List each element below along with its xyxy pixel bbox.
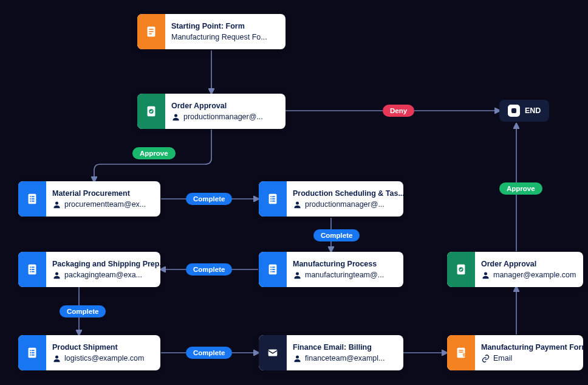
node-product-shipment[interactable]: Product Shipment logistics@example.com bbox=[18, 335, 160, 370]
svg-point-48 bbox=[296, 355, 299, 358]
svg-point-22 bbox=[296, 201, 299, 204]
badge-complete: Complete bbox=[186, 347, 232, 359]
form-icon bbox=[137, 14, 165, 49]
node-assignee: procurementteam@ex... bbox=[52, 200, 146, 209]
svg-rect-27 bbox=[272, 269, 275, 270]
svg-rect-29 bbox=[272, 271, 275, 272]
task-list-icon bbox=[18, 335, 46, 370]
svg-rect-28 bbox=[270, 271, 272, 272]
badge-approve: Approve bbox=[499, 182, 542, 195]
end-icon bbox=[508, 105, 520, 117]
badge-complete: Complete bbox=[313, 229, 360, 241]
svg-rect-3 bbox=[149, 33, 152, 35]
badge-approve: Approve bbox=[132, 147, 176, 159]
svg-rect-9 bbox=[32, 196, 35, 197]
person-icon bbox=[52, 200, 61, 209]
person-icon bbox=[481, 271, 490, 280]
svg-rect-37 bbox=[32, 271, 35, 272]
node-title: Manufacturing Process bbox=[293, 260, 384, 268]
task-list-icon bbox=[18, 252, 46, 287]
node-title: Order Approval bbox=[481, 260, 576, 268]
svg-rect-16 bbox=[270, 196, 272, 197]
svg-rect-33 bbox=[32, 266, 35, 268]
node-assignee: manufacturingteam@... bbox=[293, 271, 384, 280]
svg-rect-32 bbox=[30, 266, 31, 268]
node-title: Finance Email: Billing bbox=[293, 343, 385, 352]
node-assignee: packagingteam@exa... bbox=[52, 271, 160, 280]
node-start-form[interactable]: Starting Point: Form Manufacturing Reque… bbox=[137, 14, 285, 49]
svg-rect-42 bbox=[30, 352, 31, 353]
node-assignee: manager@example.com bbox=[481, 271, 576, 280]
svg-rect-10 bbox=[30, 198, 31, 199]
approval-icon bbox=[447, 252, 475, 287]
task-list-icon bbox=[259, 181, 287, 217]
svg-rect-1 bbox=[149, 29, 153, 30]
task-list-icon bbox=[18, 181, 46, 217]
node-order-approval-2[interactable]: Order Approval manager@example.com bbox=[447, 252, 583, 287]
svg-rect-2 bbox=[149, 31, 153, 32]
svg-rect-36 bbox=[30, 271, 31, 272]
node-source: Email bbox=[481, 354, 583, 363]
node-manufacturing-process[interactable]: Manufacturing Process manufacturingteam@… bbox=[259, 252, 403, 287]
svg-rect-41 bbox=[32, 350, 35, 351]
svg-rect-25 bbox=[272, 266, 275, 268]
svg-rect-12 bbox=[30, 201, 31, 202]
node-title: Starting Point: Form bbox=[171, 22, 267, 30]
node-payment-form[interactable]: $ Manufacturing Payment Form Email bbox=[447, 335, 583, 370]
svg-point-46 bbox=[55, 355, 58, 358]
svg-point-38 bbox=[55, 272, 58, 275]
end-label: END bbox=[525, 106, 541, 115]
svg-rect-20 bbox=[270, 201, 272, 202]
node-finance-email[interactable]: Finance Email: Billing financeteam@examp… bbox=[259, 335, 403, 370]
svg-rect-13 bbox=[32, 201, 35, 202]
svg-rect-34 bbox=[30, 269, 31, 270]
svg-rect-8 bbox=[30, 196, 31, 197]
person-icon bbox=[293, 271, 302, 280]
node-assignee: financeteam@exampl... bbox=[293, 354, 385, 363]
node-order-approval-1[interactable]: Order Approval productionmanager@... bbox=[137, 94, 285, 129]
svg-rect-21 bbox=[272, 201, 275, 202]
link-icon bbox=[481, 354, 490, 363]
person-icon bbox=[171, 113, 180, 122]
svg-rect-40 bbox=[30, 350, 31, 351]
person-icon bbox=[52, 354, 61, 363]
badge-complete: Complete bbox=[186, 193, 232, 205]
svg-rect-35 bbox=[32, 269, 35, 270]
svg-point-30 bbox=[296, 272, 299, 275]
person-icon bbox=[293, 200, 302, 209]
node-assignee: logistics@example.com bbox=[52, 354, 144, 363]
node-production-scheduling[interactable]: Production Scheduling & Tas... productio… bbox=[259, 181, 403, 217]
svg-point-55 bbox=[484, 272, 487, 275]
svg-point-14 bbox=[55, 201, 58, 204]
node-material-procurement[interactable]: Material Procurement procurementteam@ex.… bbox=[18, 181, 160, 217]
badge-complete: Complete bbox=[186, 263, 232, 276]
node-title: Packaging and Shipping Prep... bbox=[52, 260, 160, 268]
node-title: Order Approval bbox=[171, 102, 263, 110]
badge-deny: Deny bbox=[383, 105, 414, 117]
node-title: Material Procurement bbox=[52, 189, 146, 198]
approval-icon bbox=[137, 94, 165, 129]
person-icon bbox=[52, 271, 61, 280]
svg-text:$: $ bbox=[463, 352, 465, 358]
svg-rect-45 bbox=[32, 355, 35, 356]
svg-rect-47 bbox=[268, 350, 278, 356]
node-title: Production Scheduling & Tas... bbox=[293, 189, 403, 198]
node-assignee: productionmanager@... bbox=[171, 113, 263, 122]
svg-rect-26 bbox=[270, 269, 272, 270]
svg-point-6 bbox=[174, 114, 177, 117]
svg-rect-44 bbox=[30, 355, 31, 356]
node-assignee: productionmanager@... bbox=[293, 200, 403, 209]
svg-rect-50 bbox=[459, 350, 463, 350]
svg-rect-43 bbox=[32, 352, 35, 353]
badge-complete: Complete bbox=[60, 305, 106, 317]
node-subtitle: Manufacturing Request Fo... bbox=[171, 33, 267, 41]
task-list-icon bbox=[259, 252, 287, 287]
node-title: Manufacturing Payment Form bbox=[481, 343, 583, 352]
node-end[interactable]: END bbox=[499, 100, 549, 122]
svg-rect-18 bbox=[270, 198, 272, 199]
svg-rect-19 bbox=[272, 198, 275, 199]
svg-rect-24 bbox=[270, 266, 272, 268]
node-packaging-shipping[interactable]: Packaging and Shipping Prep... packaging… bbox=[18, 252, 160, 287]
person-icon bbox=[293, 354, 302, 363]
payment-form-icon: $ bbox=[447, 335, 475, 370]
